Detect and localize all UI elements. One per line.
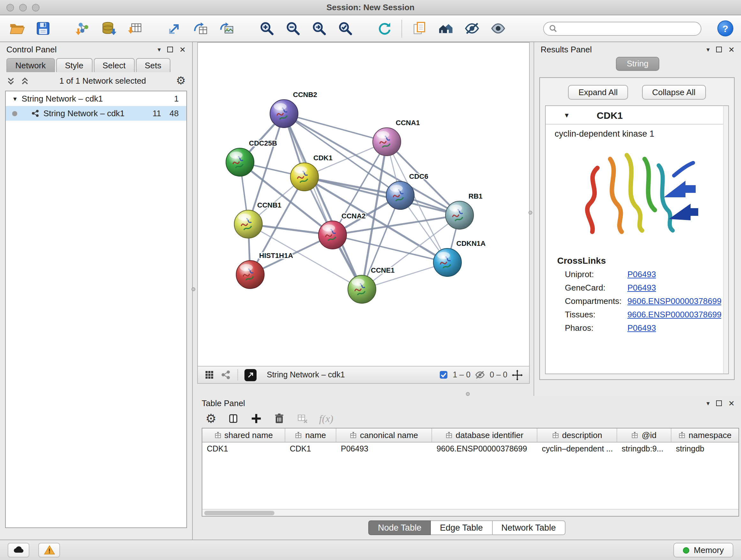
function-builder-button[interactable]: f(x) [319,413,333,424]
birdseye-grid-icon[interactable] [204,370,214,380]
copy-document-button[interactable] [410,19,428,38]
table-settings-gear-icon[interactable]: ⚙ [205,413,216,425]
zoom-selected-button[interactable] [336,19,354,38]
panel-close-icon[interactable]: ✕ [728,46,735,53]
column-header[interactable]: database identifier [432,428,537,442]
tab-string[interactable]: String [616,57,659,71]
network-node-CDK1[interactable] [290,163,319,191]
table-horizontal-scrollbar[interactable] [202,509,738,516]
panel-collapse-icon[interactable]: ▾ [706,46,710,53]
hide-graphics-details-button[interactable] [463,19,481,38]
zoom-window-button[interactable] [32,3,40,11]
zoom-out-button[interactable] [283,19,301,38]
panel-close-icon[interactable]: ✕ [728,399,735,407]
crosslink-link[interactable]: P06493 [627,269,656,279]
panel-collapse-icon[interactable]: ▾ [158,46,161,53]
scrollbar-thumb[interactable] [204,511,274,515]
network-edge-CCNA2-CDKN1A[interactable] [333,235,448,262]
network-node-CCNA1[interactable] [373,128,401,156]
network-node-CDC6[interactable] [386,181,414,209]
pan-crosshair-icon[interactable] [512,369,523,380]
network-edge-CCNB2-CCNE1[interactable] [284,114,362,289]
share-network-icon[interactable] [221,370,231,380]
panel-collapse-icon[interactable]: ▾ [706,400,710,407]
column-header[interactable]: canonical name [336,428,432,442]
export-image-button[interactable] [218,19,235,38]
tab-network[interactable]: Network [6,58,55,72]
export-table-button[interactable] [192,19,209,38]
hidden-eye-slash-icon[interactable] [475,370,485,380]
table-row[interactable]: CDK1CDK1P064939606.ENSP00000378699cyclin… [202,442,738,455]
tree-expand-icon[interactable]: ▼ [12,96,18,102]
network-collection-row[interactable]: ▼ String Network – cdk1 1 [6,91,186,106]
tab-node-table[interactable]: Node Table [368,520,431,535]
memory-button[interactable]: Memory [673,543,733,557]
tab-style[interactable]: Style [56,58,92,72]
export-network-button[interactable] [165,19,183,38]
panel-close-icon[interactable]: ✕ [179,46,186,53]
network-node-CCNB1[interactable] [234,210,262,238]
panel-float-icon[interactable] [167,47,173,52]
column-header[interactable]: shared name [202,428,285,442]
add-row-plus-icon[interactable] [250,413,262,425]
close-window-button[interactable] [6,3,14,11]
window-title: Session: New Session [0,3,741,12]
expand-all-button[interactable]: Expand All [568,85,628,100]
welcome-screen-button[interactable] [436,19,455,38]
selected-checkbox-icon[interactable] [440,370,448,379]
panel-float-icon[interactable] [716,47,722,52]
network-node-CCNA2[interactable] [319,221,347,249]
network-node-CCNE1[interactable] [348,275,376,303]
tab-sets[interactable]: Sets [136,58,170,72]
column-header[interactable]: namespace [671,428,738,442]
results-scrollbar[interactable] [723,106,728,374]
collapse-all-button[interactable]: Collapse All [642,85,706,100]
crosslink-link[interactable]: 9606.ENSP00000378699 [627,296,722,306]
column-header[interactable]: @id [617,428,671,442]
network-node-CCNB2[interactable] [270,100,298,128]
gear-icon[interactable]: ⚙ [176,75,186,86]
tab-select[interactable]: Select [93,58,134,72]
network-node-CDC25B[interactable] [226,148,254,176]
column-header[interactable]: description [537,428,617,442]
crosslink-link[interactable]: P06493 [627,283,656,293]
delete-table-icon[interactable] [296,413,308,425]
create-column-icon[interactable] [227,413,239,425]
splitter-handle[interactable] [192,287,195,291]
network-canvas[interactable]: CCNB2CCNA1CDC25BCDK1CDC6RB1CCNB1CCNA2CDK… [198,43,529,366]
zoom-fit-button[interactable] [310,19,327,38]
crosslink-link[interactable]: 9606.ENSP00000378699 [627,310,722,319]
network-selection-row: 1 of 1 Network selected ⚙ [0,72,192,89]
network-row-selected[interactable]: String Network – cdk1 11 48 [6,106,186,121]
refresh-layout-button[interactable] [375,19,393,38]
search-input[interactable] [561,24,696,33]
crosslink-link[interactable]: P06493 [627,323,656,333]
toolbar-search-field[interactable] [543,21,701,36]
import-network-from-database-button[interactable] [99,19,118,38]
warnings-button[interactable] [38,543,60,557]
network-node-CDKN1A[interactable] [433,248,461,276]
cloud-status-button[interactable] [8,543,29,557]
column-header[interactable]: name [285,428,336,442]
help-button[interactable]: ? [718,20,733,37]
open-in-new-window-button[interactable] [245,369,257,381]
collapse-all-icon[interactable] [6,76,15,85]
network-edge-CCNB2-CCNA1[interactable] [284,114,387,142]
tab-network-table[interactable]: Network Table [492,520,565,535]
splitter-handle[interactable] [529,211,532,214]
splitter-handle[interactable] [466,392,470,396]
open-session-button[interactable] [8,19,25,38]
import-network-from-file-button[interactable] [73,19,91,38]
panel-float-icon[interactable] [716,400,722,406]
network-node-HIST1H1A[interactable] [236,260,264,289]
delete-trash-icon[interactable] [273,413,285,425]
zoom-in-button[interactable] [257,19,275,38]
network-node-RB1[interactable] [446,201,474,229]
show-graphics-details-button[interactable] [489,19,507,38]
tab-edge-table[interactable]: Edge Table [431,520,492,535]
minimize-window-button[interactable] [19,3,27,11]
protein-collapse-icon[interactable]: ▼ [563,111,570,118]
expand-all-icon[interactable] [20,76,29,85]
import-table-from-file-button[interactable] [126,19,144,38]
save-session-button[interactable] [34,19,52,38]
